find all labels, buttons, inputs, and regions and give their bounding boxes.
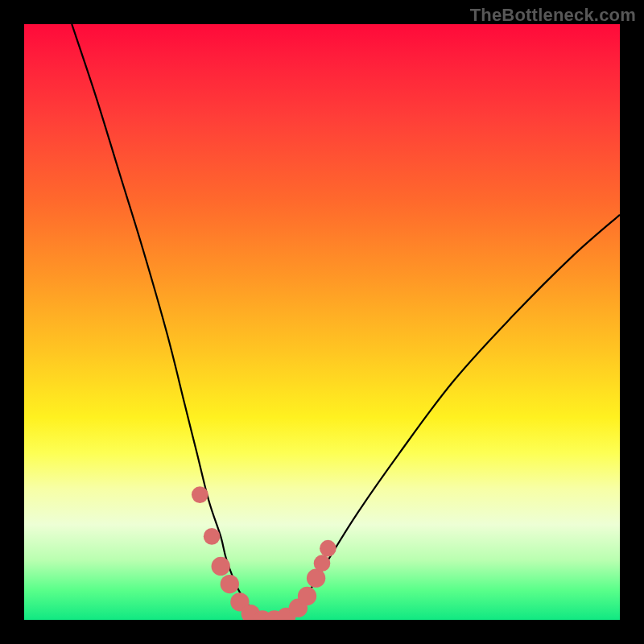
marker-dot [320, 540, 336, 557]
bottleneck-curve [72, 24, 620, 620]
marker-dot [204, 528, 221, 545]
plot-area [24, 24, 620, 620]
marker-dot [221, 575, 239, 593]
curve-svg [24, 24, 620, 620]
curve-markers [192, 486, 336, 620]
chart-frame: TheBottleneck.com [0, 0, 644, 644]
marker-dot [212, 557, 230, 576]
watermark-text: TheBottleneck.com [470, 5, 636, 26]
marker-dot [314, 555, 331, 572]
marker-dot [307, 569, 325, 588]
marker-dot [298, 587, 316, 605]
marker-dot [192, 486, 208, 503]
